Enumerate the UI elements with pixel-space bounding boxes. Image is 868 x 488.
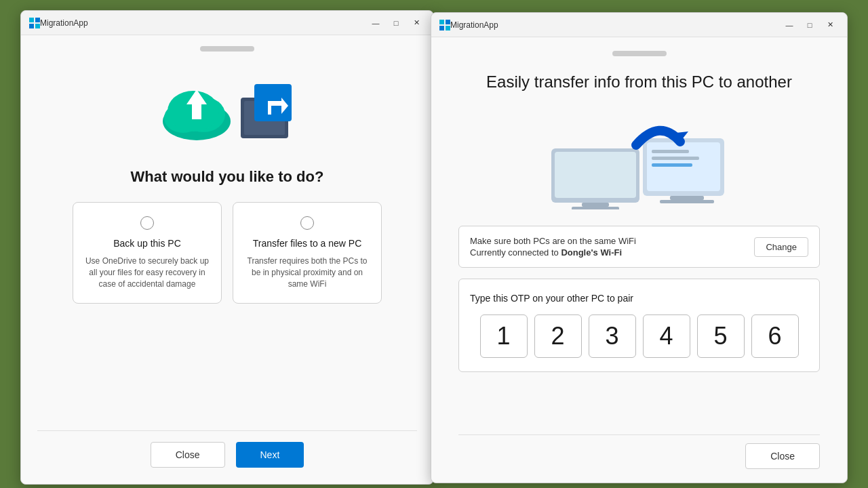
svg-rect-0 <box>29 18 34 22</box>
pc-transfer-illustration <box>458 108 820 209</box>
next-button-w1[interactable]: Next <box>236 442 304 468</box>
otp-label: Type this OTP on your other PC to pair <box>470 293 633 304</box>
window-2: MigrationApp — □ ✕ Easily transfer info … <box>431 12 848 483</box>
option-backup[interactable]: Back up this PC Use OneDrive to securely… <box>73 202 222 304</box>
window-2-content: Easily transfer info from this PC to ano… <box>431 37 847 483</box>
transfer-arrow-icon <box>234 77 295 138</box>
title-bar-controls-2: — □ ✕ <box>781 18 839 32</box>
cloud-upload-icon <box>159 77 227 138</box>
otp-digit-1: 1 <box>480 314 528 358</box>
svg-rect-2 <box>29 24 34 28</box>
window-2-heading: Easily transfer info from this PC to ano… <box>458 73 820 92</box>
svg-rect-23 <box>652 150 689 153</box>
window-1-footer: Close Next <box>37 430 417 473</box>
window-1: MigrationApp — □ ✕ <box>20 10 434 485</box>
otp-digits: 1 2 3 4 5 6 <box>480 314 799 358</box>
window-1-content: What would you like to do? Back up this … <box>21 35 433 484</box>
svg-rect-18 <box>555 152 636 198</box>
wifi-text-area: Make sure both PCs are on the same WiFi … <box>470 236 636 258</box>
svg-rect-25 <box>652 163 692 167</box>
svg-rect-15 <box>439 26 444 30</box>
option-transfer-desc: Transfer requires both the PCs to be in … <box>244 256 370 289</box>
otp-section: Type this OTP on your other PC to pair 1… <box>458 279 820 372</box>
option-transfer[interactable]: Transfer files to a new PC Transfer requ… <box>233 202 382 304</box>
wifi-line1: Make sure both PCs are on the same WiFi <box>470 236 636 246</box>
close-button-1[interactable]: ✕ <box>408 16 425 30</box>
window-2-footer: Close <box>458 434 820 472</box>
option-backup-desc: Use OneDrive to securely back up all you… <box>84 256 210 289</box>
app-icon-1 <box>29 18 40 28</box>
window-1-title: MigrationApp <box>40 18 367 28</box>
wifi-prefix: Currently connected to <box>470 247 561 258</box>
svg-rect-16 <box>446 26 450 30</box>
maximize-button-2[interactable]: □ <box>801 18 818 32</box>
svg-rect-24 <box>652 157 699 160</box>
svg-rect-13 <box>439 20 444 24</box>
otp-digit-5: 5 <box>697 314 745 358</box>
svg-rect-20 <box>572 207 619 209</box>
svg-rect-1 <box>35 18 40 22</box>
minimize-button-2[interactable]: — <box>781 18 798 32</box>
otp-digit-3: 3 <box>589 314 636 358</box>
app-icon-2 <box>439 20 450 30</box>
close-button-2-title[interactable]: ✕ <box>821 18 839 32</box>
close-button-w2[interactable]: Close <box>745 443 820 469</box>
minimize-button-1[interactable]: — <box>367 16 384 30</box>
options-row: Back up this PC Use OneDrive to securely… <box>37 202 417 304</box>
wifi-network-name: Dongle's Wi-Fi <box>561 247 622 258</box>
title-bar-controls-1: — □ ✕ <box>367 16 425 30</box>
maximize-button-1[interactable]: □ <box>387 16 405 30</box>
option-transfer-title: Transfer files to a new PC <box>253 238 362 249</box>
close-button-w1[interactable]: Close <box>151 442 225 468</box>
otp-digit-2: 2 <box>534 314 582 358</box>
hero-icons <box>153 70 302 152</box>
radio-backup[interactable] <box>140 216 154 230</box>
title-bar-1: MigrationApp — □ ✕ <box>21 11 433 35</box>
otp-digit-6: 6 <box>751 314 799 358</box>
otp-digit-4: 4 <box>643 314 690 358</box>
title-bar-2: MigrationApp — □ ✕ <box>431 13 847 37</box>
svg-rect-14 <box>446 20 450 24</box>
svg-rect-3 <box>35 24 40 28</box>
progress-stub-2 <box>612 51 667 56</box>
progress-stub-1 <box>200 46 254 52</box>
page-title-1: What would you like to do? <box>131 168 324 186</box>
option-backup-title: Back up this PC <box>113 238 181 249</box>
wifi-line2: Currently connected to Dongle's Wi-Fi <box>470 247 636 258</box>
svg-rect-27 <box>660 200 714 203</box>
radio-transfer[interactable] <box>300 216 314 230</box>
window-2-title: MigrationApp <box>450 20 781 30</box>
wifi-info-box: Make sure both PCs are on the same WiFi … <box>458 226 820 268</box>
svg-rect-19 <box>582 203 609 207</box>
change-wifi-button[interactable]: Change <box>754 237 808 257</box>
svg-rect-26 <box>670 196 704 200</box>
